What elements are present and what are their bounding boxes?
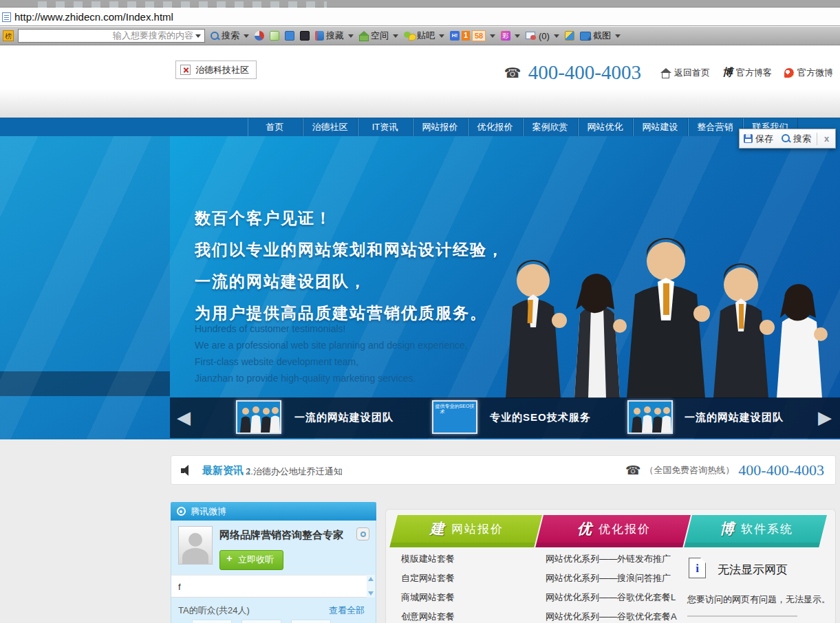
toolbar-search-input[interactable]: 输入想要搜索的内容 bbox=[18, 29, 205, 43]
search-icon bbox=[211, 32, 219, 41]
listener-avatar[interactable] bbox=[241, 620, 281, 623]
package-link[interactable]: 模版建站套餐 bbox=[401, 549, 539, 569]
chevron-down-icon[interactable] bbox=[554, 34, 559, 38]
toolbar-edit-button[interactable] bbox=[565, 31, 574, 41]
chevron-down-icon[interactable] bbox=[195, 34, 201, 38]
toolbar-favorites-button[interactable]: 搜藏 bbox=[315, 30, 354, 42]
thumb2-title: 提供专业的SEO技术 bbox=[435, 404, 475, 414]
toolbar-console-button[interactable] bbox=[300, 31, 310, 41]
package-link[interactable]: 网站优化系列——谷歌优化套餐A bbox=[546, 607, 690, 623]
nav-item[interactable]: IT资讯 bbox=[358, 118, 413, 136]
view-all-link[interactable]: 查看全部 bbox=[329, 604, 365, 617]
nav-item[interactable]: 治德社区 bbox=[303, 118, 358, 136]
hero-en-line: Hundreds of customer testimonials! bbox=[195, 320, 468, 337]
news-ticker: 最新资讯： 2.治德办公地址乔迁通知 ☎ （全国免费咨询热线） 400-400-… bbox=[171, 455, 836, 485]
follow-button[interactable]: 立即收听 bbox=[219, 550, 283, 570]
weibo-icon bbox=[784, 68, 794, 78]
weibo-account-name[interactable]: 网络品牌营销咨询整合专家 bbox=[219, 529, 343, 542]
package-link[interactable]: 网站优化系列——谷歌优化套餐L bbox=[546, 588, 690, 607]
chevron-down-icon[interactable] bbox=[615, 34, 621, 38]
weibo-mini-badge[interactable] bbox=[356, 527, 369, 540]
scroll-up-icon[interactable] bbox=[368, 577, 374, 581]
carousel-caption-1[interactable]: 一流的网站建设团队 bbox=[294, 397, 394, 438]
tab-glyph: 优 bbox=[577, 519, 592, 538]
official-weibo-link[interactable]: 官方微博 bbox=[784, 67, 833, 79]
toolbar-browser-icon[interactable] bbox=[255, 31, 264, 41]
chevron-down-icon[interactable] bbox=[244, 34, 249, 38]
back-home-link[interactable]: 返回首页 bbox=[660, 67, 710, 79]
chevron-down-icon[interactable] bbox=[348, 34, 354, 38]
weibo-draft-text: f bbox=[178, 582, 181, 592]
lottery-icon: 彩 bbox=[501, 31, 510, 41]
error-message: 您要访问的网页有问题，无法显示。 bbox=[687, 593, 830, 606]
pricing-panel: 建 网站报价 优 优化报价 博 软件系统 模版建站套餐自定网站套餐商城网站套餐创… bbox=[385, 509, 836, 623]
chevron-down-icon[interactable] bbox=[393, 34, 398, 38]
book-icon bbox=[315, 31, 324, 41]
browser-toolbar-strip bbox=[0, 0, 840, 8]
site-logo-text: 治德科技社区 bbox=[195, 64, 249, 76]
save-button[interactable]: 保存 bbox=[740, 133, 777, 145]
package-link[interactable]: 网站优化系列——搜浪问答推广 bbox=[546, 569, 690, 588]
nav-item[interactable]: 首页 bbox=[248, 118, 303, 136]
carousel-thumb-2[interactable]: 提供专业的SEO技术 bbox=[432, 400, 477, 434]
rank-badge-icon[interactable]: 榜 bbox=[3, 30, 14, 41]
package-link[interactable]: 网站优化系列——外链发布推广 bbox=[546, 549, 690, 569]
chevron-down-icon[interactable] bbox=[515, 34, 520, 38]
url-text[interactable]: http://www.zhidecn.com/Index.html bbox=[14, 11, 173, 23]
popup-search-button[interactable]: 搜索 bbox=[777, 133, 815, 145]
toolbar-leaf-button[interactable] bbox=[270, 31, 279, 41]
toolbar-search-button[interactable]: 搜索 bbox=[211, 30, 249, 42]
nav-item[interactable]: 网站优化 bbox=[578, 118, 633, 136]
hero-headline-en: Hundreds of customer testimonials!We are… bbox=[195, 320, 468, 386]
team-photo bbox=[492, 217, 840, 398]
listeners-label: TA的听众(共24人) bbox=[178, 604, 250, 617]
search-toolbar: 榜 输入想要搜索的内容 搜索 搜藏 空间 贴吧 H! bbox=[0, 27, 840, 45]
toolbar-screenshot-button[interactable]: 截图 bbox=[580, 30, 621, 42]
package-link[interactable]: 创意网站套餐 bbox=[401, 607, 539, 623]
carousel-caption-3[interactable]: 一流的网站建设团队 bbox=[685, 397, 784, 438]
carousel-next-icon[interactable]: ▶ bbox=[818, 407, 832, 428]
speaker-icon bbox=[181, 465, 193, 476]
carousel-prev-icon[interactable]: ◀ bbox=[177, 407, 191, 428]
nav-item[interactable]: 案例欣赏 bbox=[523, 118, 578, 136]
hero-cn-line: 数百个客户见证！ bbox=[195, 202, 504, 234]
tab-software-systems[interactable]: 博 软件系统 bbox=[685, 515, 827, 543]
toolbar-hi-button[interactable]: H! 1 58 bbox=[450, 30, 495, 41]
address-bar[interactable]: http://www.zhidecn.com/Index.html bbox=[0, 8, 840, 26]
main-navigation: 首页治德社区IT资讯网站报价优化报价案例欣赏网站优化网站建设整合营销联系我们 bbox=[0, 118, 840, 136]
official-blog-link[interactable]: 博 官方博客 bbox=[722, 66, 772, 79]
carousel-caption-2[interactable]: 专业的SEO技术服务 bbox=[490, 397, 591, 438]
nav-list: 首页治德社区IT资讯网站报价优化报价案例欣赏网站优化网站建设整合营销联系我们 bbox=[248, 118, 798, 136]
toolbar-messages-button[interactable]: (0) bbox=[526, 31, 559, 41]
chevron-down-icon[interactable] bbox=[439, 34, 444, 38]
package-link[interactable]: 自定网站套餐 bbox=[401, 569, 539, 588]
hi-icon: H! bbox=[450, 31, 460, 41]
tab-website-pricing[interactable]: 建 网站报价 bbox=[391, 515, 542, 543]
package-link[interactable]: 商城网站套餐 bbox=[401, 588, 539, 607]
tab-seo-pricing[interactable]: 优 优化报价 bbox=[537, 515, 691, 543]
nav-item[interactable]: 网站报价 bbox=[413, 118, 468, 136]
scroll-down-icon[interactable] bbox=[368, 591, 374, 595]
carousel-thumb-3[interactable] bbox=[627, 400, 673, 434]
pencil-icon bbox=[565, 31, 574, 41]
listener-avatar[interactable] bbox=[192, 620, 232, 623]
floppy-disk-icon bbox=[744, 134, 753, 143]
phone-icon: ☎ bbox=[504, 65, 521, 81]
level-badge: 58 bbox=[472, 30, 486, 41]
carousel-thumb-1[interactable] bbox=[236, 400, 281, 434]
news-item-link[interactable]: 2.治德办公地址乔迁通知 bbox=[246, 466, 343, 478]
weibo-message-box[interactable]: f bbox=[171, 575, 367, 598]
toolbar-space-button[interactable]: 空间 bbox=[359, 30, 398, 42]
toolbar-qa-button[interactable] bbox=[285, 31, 294, 41]
weibo-avatar[interactable] bbox=[178, 526, 213, 565]
nav-item[interactable]: 网站建设 bbox=[633, 118, 688, 136]
nav-item[interactable]: 整合营销 bbox=[688, 118, 743, 136]
notification-count-badge: 1 bbox=[462, 31, 470, 41]
chevron-down-icon[interactable] bbox=[490, 34, 495, 38]
toolbar-lottery-button[interactable]: 彩 bbox=[501, 31, 520, 41]
nav-item[interactable]: 优化报价 bbox=[468, 118, 523, 136]
close-icon[interactable]: x bbox=[819, 133, 834, 144]
site-logo[interactable]: 治德科技社区 bbox=[175, 61, 257, 79]
toolbar-tieba-button[interactable]: 贴吧 bbox=[404, 30, 444, 42]
listener-avatar[interactable] bbox=[291, 620, 331, 623]
